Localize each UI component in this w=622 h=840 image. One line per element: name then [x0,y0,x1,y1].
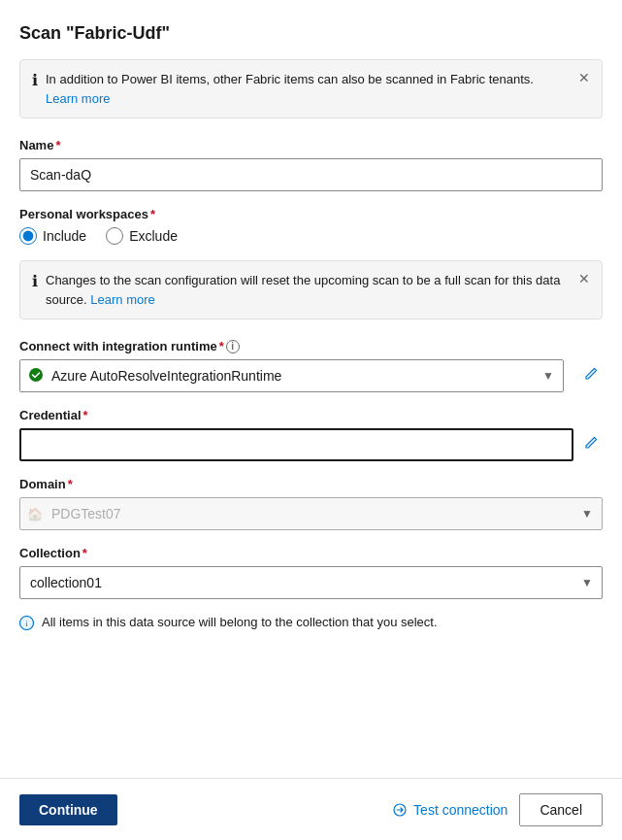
warning-banner-close-button[interactable]: ✕ [576,269,592,288]
warning-banner-text: Changes to the scan configuration will r… [46,271,567,309]
personal-workspaces-label: Personal workspaces * [19,207,603,221]
integration-runtime-select[interactable]: Azure AutoResolveIntegrationRuntime [19,359,564,392]
domain-field-group: Domain * 🏠 PDGTest07 ▼ [19,477,603,530]
integration-runtime-edit-button[interactable] [579,362,603,389]
collection-dropdown-wrapper: collection01 ▼ [19,566,603,599]
exclude-radio-option[interactable]: Exclude [106,227,178,245]
personal-workspaces-field-group: Personal workspaces * Include Exclude [19,207,603,245]
credential-label: Credential * [19,408,603,422]
credential-edit-button[interactable] [579,431,603,458]
domain-dropdown-wrapper: 🏠 PDGTest07 ▼ [19,497,603,530]
include-radio-option[interactable]: Include [19,227,86,245]
personal-workspaces-radio-group: Include Exclude [19,227,603,245]
banner-learn-more-link[interactable]: Learn more [46,91,110,106]
warning-icon: ℹ [32,272,38,290]
warning-banner: ℹ Changes to the scan configuration will… [19,260,603,319]
collection-field-group: Collection * collection01 ▼ [19,546,603,599]
test-connection-label: Test connection [413,802,507,818]
collection-note-icon: i [19,616,34,633]
collection-note: i All items in this data source will bel… [19,615,603,633]
integration-runtime-info-icon[interactable]: i [226,340,240,353]
include-radio-input[interactable] [19,227,37,245]
credential-field-group: Credential * [19,408,603,461]
name-field-group: Name * [19,138,603,191]
info-banner: ℹ In addition to Power BI items, other F… [19,59,603,118]
credential-input[interactable] [19,428,573,461]
warning-learn-more-link[interactable]: Learn more [90,292,154,307]
footer: Continue Test connection Cancel [0,778,622,840]
info-icon: ℹ [32,71,38,89]
info-banner-close-button[interactable]: ✕ [576,68,592,87]
page-title: Scan "Fabric-Udf" [19,23,603,44]
collection-label: Collection * [19,546,603,560]
include-radio-label: Include [43,228,86,244]
domain-label: Domain * [19,477,603,491]
banner-text: In addition to Power BI items, other Fab… [46,70,567,108]
credential-input-wrapper [19,428,603,461]
name-label: Name * [19,138,603,152]
integration-runtime-field-group: Connect with integration runtime * i Azu… [19,339,603,392]
collection-select[interactable]: collection01 [19,566,603,599]
cancel-button[interactable]: Cancel [519,793,603,826]
exclude-radio-label: Exclude [129,228,178,244]
exclude-radio-input[interactable] [106,227,123,245]
test-connection-button[interactable]: Test connection [392,802,507,818]
integration-runtime-label: Connect with integration runtime * i [19,339,603,353]
domain-select[interactable]: PDGTest07 [19,497,603,530]
name-input[interactable] [19,158,603,191]
collection-note-text: All items in this data source will belon… [42,615,438,629]
continue-button[interactable]: Continue [19,794,117,825]
